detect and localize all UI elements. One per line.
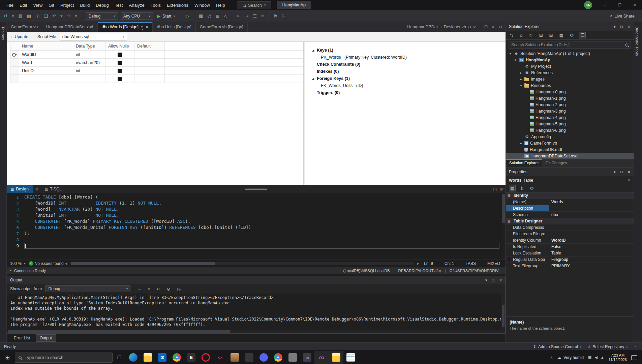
keys-section-indexes-0[interactable]: Indexes (0) (305, 68, 506, 75)
cell-allow-nulls[interactable] (105, 67, 134, 75)
allow-nulls-checkbox[interactable] (118, 61, 122, 65)
taskbar-opera[interactable] (198, 351, 213, 364)
code-line[interactable]: 8 (7, 237, 501, 243)
undo-chevron[interactable]: ▾ (59, 13, 64, 19)
code-line[interactable]: 4 [UnitID] INT NOT NULL, (7, 212, 501, 218)
show-all-files-icon[interactable]: ▦ (558, 32, 564, 38)
tab-gameform-vb[interactable]: GameForm.vb (7, 22, 42, 32)
volume-icon[interactable]: ◀ (594, 355, 597, 360)
property-value[interactable] (549, 224, 634, 231)
property-name[interactable]: (Name) (506, 199, 549, 205)
restore-button[interactable]: ❐ (612, 0, 627, 10)
cell-allow-nulls[interactable] (105, 59, 134, 67)
tab-dbo-words-design[interactable]: dbo.Words [Design]✕ (98, 22, 153, 32)
taskbar-notepad[interactable] (343, 351, 358, 364)
menu-view[interactable]: View (30, 1, 45, 9)
split-pane-icon[interactable]: ◫ (493, 187, 496, 191)
script-file-dropdown[interactable]: dbo.Words.sql ▾ (60, 33, 127, 40)
tree-item-hangman-6-png[interactable]: Hangman-6.png (506, 127, 634, 133)
expander-icon[interactable]: ▸ (519, 71, 523, 74)
live-share-button[interactable]: ⇗ Live Share (609, 13, 639, 19)
save-all-icon[interactable]: ❏ (43, 13, 49, 19)
cell-name[interactable] (19, 75, 73, 83)
horizontal-scrollbar[interactable] (70, 262, 415, 265)
close-icon[interactable]: ✕ (492, 25, 495, 29)
property-row-schema[interactable]: Schemadbo (506, 212, 634, 218)
redo-chevron[interactable]: ▾ (74, 13, 78, 19)
cell-data-type[interactable]: nvarchar(20) (73, 59, 105, 67)
expander-icon[interactable]: ▸ (519, 142, 523, 145)
tree-item-app-config[interactable]: ⚙App.config (506, 133, 634, 140)
code-line[interactable]: 2 [WordID] INT IDENTITY (1, 1) NOT NULL, (7, 200, 501, 206)
find-icon[interactable]: ◎ (206, 13, 212, 19)
editor-scrollbar[interactable] (501, 193, 506, 260)
cell-name[interactable]: UnitID (19, 67, 73, 75)
alphabetical-icon[interactable]: ⇅ (519, 185, 525, 191)
clear-all-icon[interactable]: ⊘ (166, 286, 172, 292)
add-to-source-control-button[interactable]: ↥ Add to Source Control ▴ (533, 344, 581, 349)
menu-extensions[interactable]: Extensions (164, 1, 191, 9)
layout-grid-icon[interactable]: ⊞ (500, 187, 503, 191)
time-info-icon[interactable]: ◷ (176, 286, 182, 292)
pin-icon[interactable]: ⊡ (492, 278, 495, 282)
menu-build[interactable]: Build (77, 1, 93, 9)
keys-section-check-constraints-0[interactable]: Check Constraints (0) (305, 61, 506, 68)
nav-back-chevron[interactable]: ▾ (11, 13, 15, 19)
property-category-identity[interactable]: ⊟Identity (506, 192, 634, 199)
tab-gameform-vb-design[interactable]: GameForm.vb [Design] (196, 22, 248, 32)
refresh-icon[interactable]: ↻ (528, 32, 534, 38)
splitter-handle[interactable] (245, 188, 267, 190)
close-button[interactable]: ✕ (627, 0, 642, 10)
notification-center-icon[interactable] (631, 355, 637, 360)
pin-icon[interactable] (468, 26, 471, 28)
cell-allow-nulls[interactable] (105, 51, 134, 59)
column-header-allow-nulls[interactable]: Allow Nulls (105, 42, 134, 51)
panel-tab-solution-explorer[interactable]: Solution Explorer (506, 159, 542, 167)
word-wrap-icon[interactable]: ↩ (156, 286, 161, 292)
property-row-regular-data-spa[interactable]: ⊞Regular Data SpaFilegroup (506, 256, 634, 263)
zoom-dropdown[interactable]: 100 % ▾ (7, 261, 29, 266)
tree-item-hangman-1-png[interactable]: Hangman-1.png (506, 95, 634, 101)
cell-name[interactable]: WordID (19, 51, 73, 59)
menu-tools[interactable]: Tools (148, 1, 164, 9)
cell-default[interactable] (134, 51, 165, 59)
clock[interactable]: 7:23 AM 11/12/2023 (609, 353, 627, 362)
taskbar-chrome[interactable] (170, 351, 184, 364)
code-line[interactable]: 6 CONSTRAINT [FK_Words_Units] FOREIGN KE… (7, 224, 501, 231)
output-scrollbar[interactable] (501, 294, 505, 333)
watch-icon[interactable]: ≣ (215, 13, 220, 19)
tree-item-solution-hangmanap-1-of-1-project[interactable]: ▾◆Solution 'HangManAp' (1 of 1 project) (506, 50, 634, 57)
keys-section-keys-1[interactable]: ◢Keys (1) (305, 47, 506, 54)
property-value[interactable]: WordID (549, 237, 634, 243)
options-gear-icon[interactable]: ⚙ (499, 25, 502, 29)
grid-row[interactable]: WordIDint (10, 51, 304, 59)
messages-icon[interactable]: ≡ (147, 286, 151, 292)
tree-item-images[interactable]: ▸Images (506, 76, 634, 82)
column-header-data-type[interactable]: Data Type (73, 42, 105, 51)
taskbar-file-explorer[interactable] (141, 351, 155, 364)
update-button[interactable]: Update (15, 34, 28, 39)
redo-icon[interactable]: ↷ (66, 13, 71, 19)
nest-icon[interactable]: ⊟ (538, 32, 544, 38)
tree-item-hangman-2-png[interactable]: Hangman-2.png (506, 101, 634, 108)
undo-icon[interactable]: ↶ (51, 13, 57, 19)
open-file-icon[interactable]: ▨ (26, 13, 32, 19)
taskbar-mail[interactable]: ✉ (155, 351, 170, 364)
property-row-description[interactable]: Description (506, 205, 634, 212)
close-icon[interactable]: ✕ (146, 25, 148, 29)
close-icon[interactable]: ✕ (628, 170, 631, 174)
grid-row[interactable]: UnitIDint (10, 67, 304, 75)
code-area[interactable]: 1CREATE TABLE [dbo].[Words] (2 [WordID] … (7, 193, 506, 260)
cell-default[interactable] (134, 75, 165, 83)
expander-icon[interactable]: ▾ (519, 84, 523, 87)
chevron-down-icon[interactable]: ▾ (614, 25, 616, 29)
taskbar-discord[interactable] (256, 351, 271, 364)
property-value[interactable]: Filegroup (549, 256, 634, 263)
code-line[interactable]: 7); (7, 231, 501, 237)
menu-project[interactable]: Project (57, 1, 77, 9)
taskbar-game-character[interactable] (227, 351, 242, 364)
taskbar-visual-studio[interactable]: ∞ (314, 351, 329, 364)
breakpoints-icon[interactable]: ▦ (198, 13, 204, 19)
property-name[interactable]: Identity Column (506, 237, 549, 243)
property-row-identity-column[interactable]: Identity ColumnWordID (506, 237, 634, 244)
